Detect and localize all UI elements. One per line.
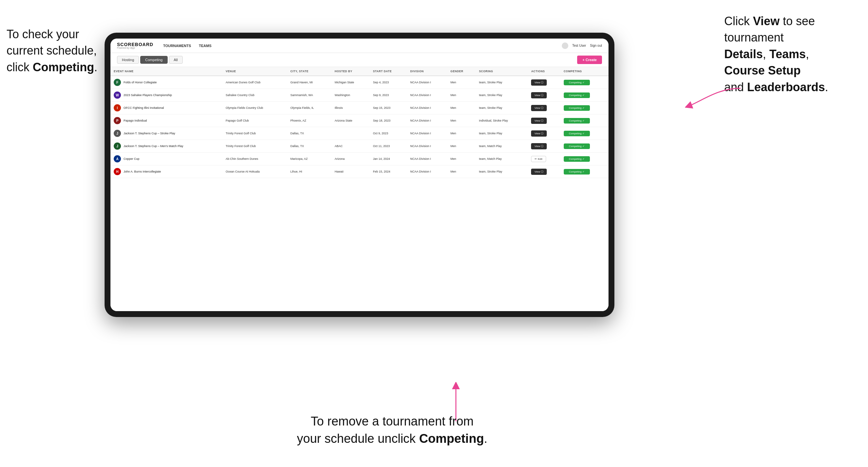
cell-gender: Men (447, 127, 475, 140)
navbar-left: SCOREBOARD Powered by clippi TOURNAMENTS… (117, 42, 212, 49)
cell-start-date: Sep 18, 2023 (370, 114, 407, 127)
cell-city: Sammamish, WA (287, 89, 331, 102)
event-name-text: John A. Burns Intercollegiate (124, 170, 161, 173)
col-city-state: CITY, STATE (287, 67, 331, 76)
cell-hosted-by: Hawaii (331, 165, 370, 178)
annotation-bottom-center: To remove a tournament fromyour schedule… (281, 413, 503, 447)
view-button[interactable]: View ⓘ (531, 130, 547, 136)
event-name-text: OFCC Fighting Illini Invitational (124, 106, 164, 110)
view-button[interactable]: View ⓘ (531, 105, 547, 111)
tab-competing[interactable]: Competing (140, 56, 167, 64)
nav-links: TOURNAMENTS TEAMS (163, 44, 212, 48)
user-name: Test User (572, 44, 586, 48)
cell-hosted-by: Illinois (331, 102, 370, 114)
table-body: F Folds of Honor Collegiate American Dun… (111, 76, 609, 178)
edit-button[interactable]: ✏ Edit (531, 156, 546, 162)
cell-event-name: W 2023 Sahalee Players Championship (111, 89, 222, 102)
col-actions: ACTIONS (528, 67, 560, 76)
competing-button[interactable]: Competing ✓ (564, 80, 590, 85)
cell-city: Dallas, TX (287, 140, 331, 153)
table-row: W 2023 Sahalee Players Championship Saha… (111, 89, 609, 102)
competing-button[interactable]: Competing ✓ (564, 92, 590, 98)
cell-actions: View ⓘ (528, 76, 560, 89)
nav-teams[interactable]: TEAMS (199, 44, 212, 48)
cell-competing: Competing ✓ (560, 140, 609, 153)
cell-division: NCAA Division I (407, 127, 447, 140)
cell-division: NCAA Division I (407, 165, 447, 178)
col-event-name: EVENT NAME (111, 67, 222, 76)
cell-competing: Competing ✓ (560, 89, 609, 102)
cell-start-date: Feb 15, 2024 (370, 165, 407, 178)
competing-button[interactable]: Competing ✓ (564, 118, 590, 124)
table-header-row: EVENT NAME VENUE CITY, STATE HOSTED BY S… (111, 67, 609, 76)
competing-button[interactable]: Competing ✓ (564, 105, 590, 111)
cell-scoring: team, Stroke Play (476, 76, 528, 89)
team-logo: J (114, 143, 121, 150)
view-button[interactable]: View ⓘ (531, 80, 547, 86)
table-row: F Folds of Honor Collegiate American Dun… (111, 76, 609, 89)
tab-hosting[interactable]: Hosting (117, 56, 139, 64)
filter-tabs: Hosting Competing All (117, 56, 183, 64)
tablet-screen: SCOREBOARD Powered by clippi TOURNAMENTS… (111, 38, 609, 311)
cell-city: Lihue, HI (287, 165, 331, 178)
cell-venue: Trinity Forest Golf Club (222, 140, 287, 153)
team-logo: A (114, 155, 121, 162)
cell-venue: Sahalee Country Club (222, 89, 287, 102)
cell-event-name: H John A. Burns Intercollegiate (111, 165, 222, 178)
view-button[interactable]: View ⓘ (531, 118, 547, 124)
competing-button[interactable]: Competing ✓ (564, 131, 590, 136)
cell-event-name: J Jackson T. Stephens Cup – Men's Match … (111, 140, 222, 153)
competing-button[interactable]: Competing ✓ (564, 169, 590, 175)
cell-actions: View ⓘ (528, 102, 560, 114)
col-hosted-by: HOSTED BY (331, 67, 370, 76)
team-logo: P (114, 117, 121, 124)
cell-event-name: J Jackson T. Stephens Cup – Stroke Play (111, 127, 222, 140)
cell-actions: View ⓘ (528, 165, 560, 178)
cell-actions: ✏ Edit (528, 153, 560, 165)
cell-actions: View ⓘ (528, 114, 560, 127)
cell-city: Maricopa, AZ (287, 153, 331, 165)
cell-city: Dallas, TX (287, 127, 331, 140)
cell-event-name: F Folds of Honor Collegiate (111, 76, 222, 89)
col-start-date: START DATE (370, 67, 407, 76)
cell-venue: Ocean Course At Hokuala (222, 165, 287, 178)
annotation-top-right: Click View to seetournamentDetails, Team… (724, 13, 862, 95)
cell-gender: Men (447, 165, 475, 178)
col-venue: VENUE (222, 67, 287, 76)
competing-button[interactable]: Competing ✓ (564, 156, 590, 162)
nav-tournaments[interactable]: TOURNAMENTS (163, 44, 191, 48)
col-scoring: SCORING (476, 67, 528, 76)
view-button[interactable]: View ⓘ (531, 168, 547, 175)
cell-division: NCAA Division I (407, 153, 447, 165)
cell-start-date: Sep 15, 2023 (370, 102, 407, 114)
team-logo: J (114, 130, 121, 137)
create-button[interactable]: + Create (577, 56, 602, 64)
cell-city: Phoenix, AZ (287, 114, 331, 127)
view-button[interactable]: View ⓘ (531, 143, 547, 149)
cell-hosted-by: Arizona State (331, 114, 370, 127)
cell-competing: Competing ✓ (560, 102, 609, 114)
cell-scoring: team, Stroke Play (476, 102, 528, 114)
view-button[interactable]: View ⓘ (531, 92, 547, 98)
table-container: EVENT NAME VENUE CITY, STATE HOSTED BY S… (111, 67, 609, 311)
team-logo: W (114, 92, 121, 99)
table-row: I OFCC Fighting Illini Invitational Olym… (111, 102, 609, 114)
cell-scoring: individual, Stroke Play (476, 114, 528, 127)
tablet-device: SCOREBOARD Powered by clippi TOURNAMENTS… (104, 33, 614, 317)
cell-venue: Ak-Chin Southern Dunes (222, 153, 287, 165)
cell-city: Grand Haven, MI (287, 76, 331, 89)
cell-gender: Men (447, 114, 475, 127)
cell-scoring: team, Match Play (476, 140, 528, 153)
sign-out-link[interactable]: Sign out (590, 44, 602, 48)
tab-all[interactable]: All (169, 56, 183, 64)
tournaments-table: EVENT NAME VENUE CITY, STATE HOSTED BY S… (111, 67, 609, 178)
team-logo: I (114, 104, 121, 112)
cell-hosted-by (331, 127, 370, 140)
cell-actions: View ⓘ (528, 140, 560, 153)
table-row: J Jackson T. Stephens Cup – Men's Match … (111, 140, 609, 153)
cell-hosted-by: Michigan State (331, 76, 370, 89)
competing-button[interactable]: Competing ✓ (564, 144, 590, 149)
cell-hosted-by: Washington (331, 89, 370, 102)
user-icon (562, 42, 568, 49)
cell-division: NCAA Division I (407, 102, 447, 114)
